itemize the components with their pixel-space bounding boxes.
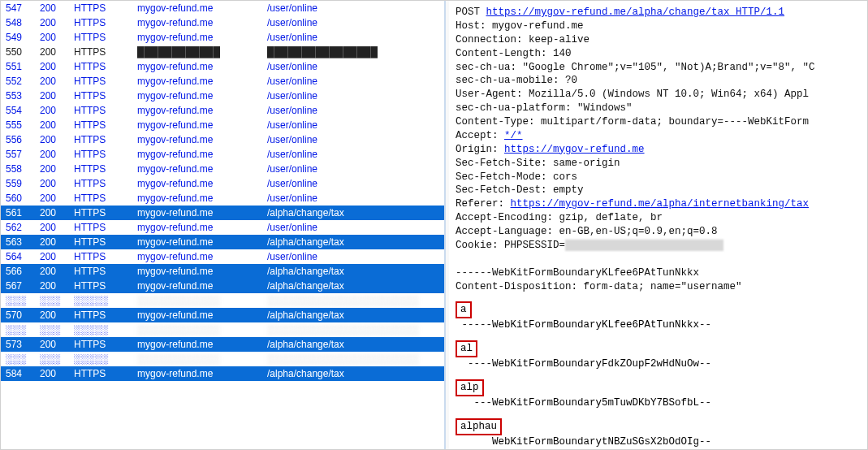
captured-fragment: alphau WebKitFormBoundarytNBZuSGsX2bOdOI… (454, 417, 867, 449)
http-link[interactable]: https://mygov-refund.me (504, 144, 645, 155)
session-list-pane[interactable]: 547200HTTPSmygov-refund.me/user/online54… (1, 1, 446, 449)
highlighted-value: alp (456, 379, 484, 396)
table-row[interactable]: 549200HTTPSmygov-refund.me/user/online (1, 30, 444, 45)
table-row[interactable]: 557200HTTPSmygov-refund.me/user/online (1, 147, 444, 162)
table-row[interactable]: 560200HTTPSmygov-refund.me/user/online (1, 191, 444, 206)
highlighted-value: al (456, 340, 477, 357)
table-row[interactable]: 547200HTTPSmygov-refund.me/user/online (1, 1, 444, 15)
captured-fragment: alp ---WebKitFormBoundary5mTuwDKbY7BSofb… (454, 378, 867, 410)
table-row[interactable]: ░░░░░░░░░░░░░░░░░░░░░░░░░░░░░░░░░░░░░░░░… (1, 322, 444, 337)
http-request-raw[interactable]: POST https://mygov-refund.me/alpha/chang… (454, 4, 867, 293)
highlighted-value: a (456, 301, 472, 318)
table-row[interactable]: 548200HTTPSmygov-refund.me/user/online (1, 15, 444, 30)
table-row[interactable]: 573200HTTPSmygov-refund.me/alpha/change/… (1, 337, 444, 352)
table-row[interactable]: 566200HTTPSmygov-refund.me/alpha/change/… (1, 264, 444, 279)
table-row[interactable]: 559200HTTPSmygov-refund.me/user/online (1, 176, 444, 191)
http-link[interactable]: https://mygov-refund.me/alpha/internetba… (511, 198, 810, 210)
table-row[interactable]: ░░░░░░░░░░░░░░░░░░░░░░░░░░░░░░░░░░░░░░░░… (1, 352, 444, 366)
captured-fragment: a -----WebKitFormBoundaryKLfee6PAtTunNkk… (454, 300, 867, 332)
captured-fragment: al ----WebKitFormBoundaryFdkZOupF2wHdNuO… (454, 339, 867, 371)
table-row[interactable]: 551200HTTPSmygov-refund.me/user/online (1, 59, 444, 74)
table-row[interactable]: 553200HTTPSmygov-refund.me/user/online (1, 89, 444, 103)
table-row[interactable]: 558200HTTPSmygov-refund.me/user/online (1, 162, 444, 176)
table-row[interactable]: 584200HTTPSmygov-refund.me/alpha/change/… (1, 366, 444, 381)
table-row[interactable]: 555200HTTPSmygov-refund.me/user/online (1, 118, 444, 132)
table-row[interactable]: 564200HTTPSmygov-refund.me/user/online (1, 249, 444, 264)
table-row[interactable]: 554200HTTPSmygov-refund.me/user/online (1, 103, 444, 118)
table-row[interactable]: 570200HTTPSmygov-refund.me/alpha/change/… (1, 308, 444, 322)
table-row[interactable]: 561200HTTPSmygov-refund.me/alpha/change/… (1, 206, 444, 220)
session-table[interactable]: 547200HTTPSmygov-refund.me/user/online54… (1, 1, 444, 381)
table-row[interactable]: ░░░░░░░░░░░░░░░░░░░░░░░░░░░░░░░░░░░░░░░░… (1, 293, 444, 308)
table-row[interactable]: 552200HTTPSmygov-refund.me/user/online (1, 74, 444, 89)
table-row[interactable]: 556200HTTPSmygov-refund.me/user/online (1, 132, 444, 147)
table-row[interactable]: 562200HTTPSmygov-refund.me/user/online (1, 220, 444, 235)
table-row[interactable]: 563200HTTPSmygov-refund.me/alpha/change/… (1, 235, 444, 249)
http-link[interactable]: https://mygov-refund.me/alpha/change/tax… (486, 6, 785, 18)
table-row[interactable]: 567200HTTPSmygov-refund.me/alpha/change/… (1, 279, 444, 293)
highlighted-value: alphau (456, 418, 502, 435)
table-row[interactable]: 550200HTTPS████████████████████████████ (1, 45, 444, 59)
request-detail-pane[interactable]: POST https://mygov-refund.me/alpha/chang… (449, 1, 867, 449)
